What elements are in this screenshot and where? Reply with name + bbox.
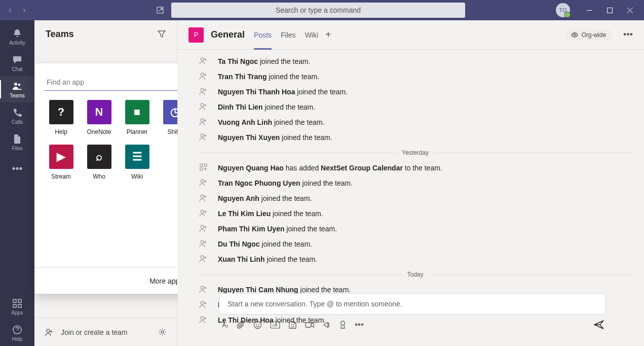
svg-point-12 (47, 329, 50, 332)
feed-text: Pham Thi Kim Uyen joined the team. (218, 223, 337, 234)
svg-point-32 (201, 286, 204, 289)
join-create-team[interactable]: Join or create a team (34, 318, 177, 346)
svg-point-21 (201, 119, 204, 122)
app-tile-who[interactable]: ⌕Who (83, 145, 116, 180)
svg-point-17 (201, 58, 204, 61)
svg-point-43 (341, 321, 345, 325)
svg-point-27 (201, 195, 204, 198)
meet-icon[interactable] (305, 321, 314, 329)
svg-point-30 (201, 240, 204, 244)
app-label: Wiki (131, 173, 143, 180)
avatar[interactable]: TQ (556, 3, 570, 17)
forward-button[interactable]: › (18, 4, 30, 16)
search-input[interactable]: Search or type a command (171, 3, 465, 18)
apps-popup: ?HelpNOneNote■Planner◷Shifts▶Stream⌕Who☰… (34, 63, 202, 294)
find-app-row (45, 74, 192, 91)
person-add-icon (198, 193, 210, 202)
sticker-icon[interactable] (288, 321, 297, 329)
app-icon: ⌕ (87, 145, 111, 169)
find-app-input[interactable] (47, 78, 177, 86)
feed-row: Nguyen Thi Xuyen joined the team. (198, 130, 633, 145)
rail-help[interactable]: Help (0, 320, 34, 346)
more-apps-button[interactable]: More apps › (34, 267, 202, 294)
rail-teams[interactable]: Teams (0, 76, 34, 102)
feed-row: Nguyen Thi Thanh Hoa joined the team. (198, 84, 633, 99)
svg-point-20 (201, 103, 204, 107)
feed-row: Du Thi Ngoc joined the team. (198, 236, 633, 252)
rail-label: Apps (12, 310, 23, 316)
send-button[interactable] (593, 320, 604, 330)
svg-point-16 (574, 34, 576, 36)
titlebar: ‹ › Search or type a command TQ (0, 0, 644, 20)
feed-text: Vuong Anh Linh joined the team. (218, 117, 325, 128)
svg-rect-7 (13, 299, 16, 302)
person-add-icon (198, 132, 210, 142)
app-icon: N (87, 100, 111, 124)
attach-icon[interactable] (237, 321, 245, 329)
channel-more-button[interactable]: ••• (623, 29, 633, 40)
person-add-icon (198, 299, 210, 309)
maximize-button[interactable] (599, 0, 620, 20)
app-tile-onenote[interactable]: NOneNote (83, 100, 116, 135)
tab-posts[interactable]: Posts (254, 20, 272, 50)
compose-more-icon[interactable]: ••• (355, 320, 364, 330)
gear-icon[interactable] (158, 328, 167, 336)
new-window-icon[interactable] (154, 4, 166, 16)
format-icon[interactable] (220, 321, 229, 329)
app-add-icon (198, 162, 210, 172)
stream-icon[interactable] (322, 321, 331, 329)
svg-point-19 (201, 88, 204, 91)
app-tile-stream[interactable]: ▶Stream (45, 145, 78, 180)
eye-icon (571, 31, 578, 39)
chat-icon (12, 54, 22, 65)
minimize-button[interactable] (579, 0, 599, 20)
app-label: OneNote (87, 128, 111, 135)
back-button[interactable]: ‹ (4, 4, 16, 16)
app-tile-planner[interactable]: ■Planner (121, 100, 154, 135)
feed-text: Nguyen Thi Xuyen joined the team. (218, 132, 332, 143)
close-button[interactable] (620, 0, 640, 20)
app-icon: ■ (125, 100, 149, 124)
feed-row: Dinh Thi Lien joined the team. (198, 99, 633, 115)
svg-point-13 (161, 331, 164, 333)
team-avatar: P (188, 27, 204, 43)
app-label: Stream (51, 173, 71, 180)
compose-area: Start a new conversation. Type @ to ment… (219, 293, 605, 330)
rail-label: Help (12, 336, 23, 342)
rail-more[interactable]: ••• (0, 155, 34, 182)
rail-files[interactable]: Files (0, 129, 34, 155)
app-tile-help[interactable]: ?Help (45, 100, 78, 135)
rail-apps[interactable]: Apps (0, 293, 34, 320)
svg-point-28 (201, 210, 204, 213)
rail-label: Calls (12, 119, 23, 125)
svg-point-36 (256, 324, 257, 324)
add-tab-button[interactable]: + (325, 29, 331, 41)
people-icon (12, 81, 23, 92)
person-add-icon (198, 117, 210, 126)
feed-row: Pham Thi Kim Uyen joined the team. (198, 221, 633, 236)
tab-files[interactable]: Files (281, 20, 296, 50)
emoji-icon[interactable] (253, 321, 262, 329)
rail-chat[interactable]: Chat (0, 50, 34, 76)
tab-wiki[interactable]: Wiki (305, 20, 318, 50)
praise-icon[interactable] (339, 321, 347, 329)
feed-text: Tran Ngoc Phuong Uyen joined the team. (218, 178, 353, 189)
feed-row: Le Thi Kim Lieu joined the team. (198, 206, 633, 221)
svg-point-22 (201, 134, 204, 137)
filter-icon[interactable] (158, 30, 166, 38)
app-tile-wiki[interactable]: ☰Wiki (121, 145, 154, 180)
join-team-label: Join or create a team (61, 328, 151, 336)
feed-text: Xuan Thi Linh joined the team. (218, 254, 317, 265)
rail-label: Activity (9, 40, 25, 46)
svg-point-5 (14, 83, 17, 86)
app-icon: ? (49, 100, 73, 124)
org-wide-label: Org-wide (581, 31, 606, 39)
join-team-icon (45, 328, 54, 337)
rail-activity[interactable]: Activity (0, 23, 34, 50)
compose-input[interactable]: Start a new conversation. Type @ to ment… (219, 293, 605, 315)
gif-icon[interactable]: GIF (270, 321, 280, 329)
svg-text:GIF: GIF (272, 323, 278, 327)
org-wide-badge[interactable]: Org-wide (566, 29, 611, 41)
app-icon: ☰ (125, 145, 149, 169)
rail-calls[interactable]: Calls (0, 102, 34, 129)
